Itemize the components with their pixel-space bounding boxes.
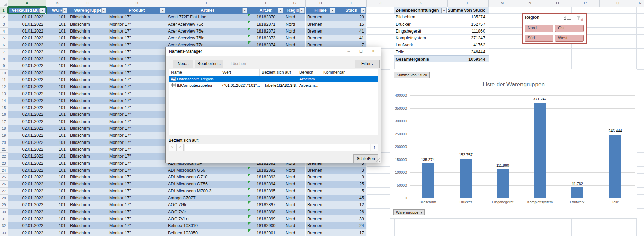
cell[interactable]: 101 [46,118,68,125]
cell[interactable]: Bildschirm [68,153,107,160]
cell[interactable]: Monitor 17" [107,118,166,125]
cell[interactable]: Monitor 17" [107,195,166,201]
column-letter-H[interactable]: H [306,0,336,7]
cell[interactable]: Bremen [306,195,336,201]
cell[interactable]: Nord [284,167,306,174]
column-letter-G[interactable]: G [284,0,306,7]
cell[interactable]: 18182900 [248,222,284,229]
cell[interactable]: Belinea 103010 [166,222,248,229]
list-column-header-Wert[interactable]: Wert [220,69,260,76]
cell[interactable]: 17 [336,229,367,236]
cell[interactable]: 02.01.2022 [8,201,46,208]
cell[interactable]: Bildschirm [68,167,107,174]
cell[interactable]: 101 [46,70,68,76]
cell[interactable]: Bremen [306,181,336,187]
cell[interactable]: Monitor 17" [107,209,166,215]
row-number-12[interactable]: 12 [0,83,8,90]
cell[interactable]: Nord [284,229,306,236]
cell[interactable]: Monitor 17" [107,111,166,118]
slicer-item-West[interactable]: West [555,35,584,42]
cell[interactable]: 25 [336,181,367,187]
cell[interactable]: Monitor 17" [107,49,166,55]
cell[interactable]: Bremen [306,201,336,208]
cell[interactable]: Nord [284,28,306,35]
cell[interactable]: Monitor 17" [107,167,166,174]
column-letter-B[interactable]: B [46,0,68,7]
row-number-25[interactable]: 25 [0,174,8,181]
cell[interactable]: 02.01.2022 [8,41,46,48]
cell[interactable]: Monitor 17" [107,229,166,236]
slicer-item-Süd[interactable]: Süd [525,35,553,42]
cell[interactable]: Bildschirm [68,83,107,90]
cell[interactable]: 02.01.2022 [8,55,46,62]
cell[interactable]: Bildschirm [68,118,107,125]
cell[interactable]: Monitor 17" [107,222,166,229]
cell[interactable]: 18182901 [248,229,284,236]
pivot-row[interactable]: Eingabegerät111860 [394,28,489,35]
bar-Laufwerk[interactable] [571,187,583,198]
cell[interactable]: 02.01.2022 [8,90,46,97]
cell[interactable]: Bremen [306,229,336,236]
cell[interactable]: 02.01.2022 [8,229,46,236]
column-letter-A[interactable]: A [8,0,46,7]
cell[interactable]: 02.01.2022 [8,174,46,181]
column-header-Filiale[interactable]: Filiale▾ [306,7,336,14]
cell[interactable]: 01.01.2022 [8,14,46,21]
cell[interactable]: 18182898 [248,209,284,215]
cell[interactable]: 02.01.2022 [8,76,46,83]
row-number-14[interactable]: 14 [0,97,8,104]
cell[interactable]: 02.01.2022 [8,118,46,125]
cell[interactable]: 101 [46,209,68,215]
cell[interactable]: 02.01.2022 [8,111,46,118]
cell[interactable]: 02.01.2022 [8,104,46,111]
cell[interactable]: Nord [284,14,306,21]
cell[interactable]: AOC 7Glr [166,201,248,208]
cell[interactable]: 02.01.2022 [8,35,46,41]
cell[interactable]: Monitor 17" [107,41,166,48]
column-letter-P[interactable]: P [571,0,600,7]
cell[interactable]: 101 [46,41,68,48]
cell[interactable]: 101 [46,21,68,28]
cell[interactable]: Monitor 17" [107,201,166,208]
column-letter-I[interactable]: I [336,0,367,7]
cell[interactable]: 18182893 [248,174,284,181]
cell[interactable]: 18182895 [248,188,284,195]
cell[interactable]: 18182897 [248,201,284,208]
column-letter-E[interactable]: E [166,0,248,7]
cell[interactable]: ADI Microscan G56 [166,167,248,174]
cell[interactable]: Nord [284,209,306,215]
cell[interactable]: 01.01.2022 [8,21,46,28]
list-column-header-Bereich[interactable]: Bereich [297,69,321,76]
cell[interactable]: Bildschirm [68,49,107,55]
pivot-row[interactable]: Laufwerk41762 [394,41,489,48]
column-letter-M[interactable]: M [489,0,516,7]
row-number-17[interactable]: 17 [0,118,8,125]
new-button[interactable]: Neu... [173,60,193,68]
cell[interactable]: 101 [46,83,68,90]
cell[interactable]: 101 [46,97,68,104]
cell[interactable]: Belinea 103050 [166,229,248,236]
cell[interactable]: Monitor 17" [107,97,166,104]
row-number-8[interactable]: 8 [0,55,8,62]
cell[interactable]: 101 [46,55,68,62]
collapse-dialog-icon[interactable]: ↑ [371,144,378,151]
list-column-header-Kommentar[interactable]: Kommentar [321,69,378,76]
row-number-7[interactable]: 7 [0,49,8,55]
cell[interactable]: 101 [46,229,68,236]
cell[interactable]: 9 [336,174,367,181]
row-number-5[interactable]: 5 [0,35,8,41]
row-number-27[interactable]: 27 [0,188,8,195]
cell[interactable]: Bildschirm [68,174,107,181]
cell[interactable]: 02.01.2022 [8,195,46,201]
cell[interactable]: 18182892 [248,167,284,174]
pivot-row[interactable]: Drucker152757 [394,21,489,28]
column-letter-D[interactable]: D [107,0,166,7]
maximize-icon[interactable]: □ [355,47,367,56]
row-number-24[interactable]: 24 [0,167,8,174]
column-header-Region[interactable]: Region▾ [284,7,306,14]
cell[interactable]: 101 [46,174,68,181]
cell[interactable]: 24 [336,222,367,229]
column-letter-R[interactable]: R [636,0,644,7]
list-column-header-Bezieht sich auf[interactable]: Bezieht sich auf [260,69,297,76]
cell[interactable]: Monitor 17" [107,174,166,181]
